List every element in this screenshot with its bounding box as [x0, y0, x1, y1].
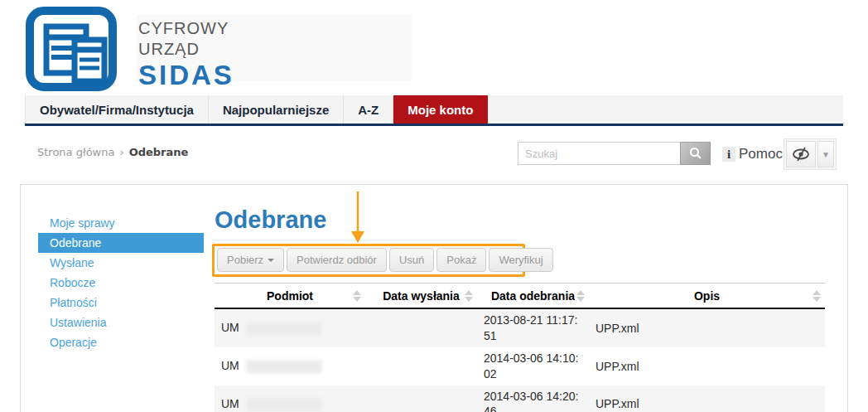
- column-header-label: Data odebrania: [491, 289, 575, 303]
- info-icon: i: [722, 147, 735, 162]
- sidebar-item-platnosci[interactable]: Płatności: [38, 293, 204, 313]
- weryfikuj-button[interactable]: Weryfikuj: [489, 248, 552, 272]
- brand-text: CYFROWY URZĄD SIDAS: [138, 20, 234, 89]
- nav-item-najpopularniejsze[interactable]: Najpopularniejsze: [209, 95, 344, 124]
- table-row[interactable]: UM 2014-03-06 14:10:02 UPP.xml: [215, 347, 825, 385]
- cell-podmiot: UM: [221, 359, 239, 372]
- account-sidebar: Moje sprawy Odebrane Wysłane Robocze Pła…: [38, 213, 204, 352]
- breadcrumb-current: Odebrane: [129, 146, 189, 158]
- brand-line-urzad: URZĄD: [138, 41, 234, 57]
- search-bar: [518, 142, 711, 165]
- sort-icon[interactable]: [353, 290, 361, 302]
- chevron-down-icon: [268, 259, 274, 262]
- brand-line-sidas: SIDAS: [138, 61, 234, 89]
- nav-item-moje-konto[interactable]: Moje konto: [393, 95, 488, 124]
- brand-line-cyfrowy: CYFROWY: [138, 20, 234, 36]
- sort-icon[interactable]: [576, 290, 585, 302]
- search-icon: [689, 147, 702, 160]
- breadcrumb-home[interactable]: Strona główna: [37, 146, 114, 158]
- pobierz-button-label: Pobierz: [227, 254, 263, 266]
- help-label: Pomoc: [739, 146, 783, 162]
- table-row[interactable]: UM 2013-08-21 11:17:51 UPP.xml: [215, 309, 825, 347]
- sort-icon[interactable]: [465, 290, 473, 302]
- sort-icon[interactable]: [813, 290, 821, 302]
- breadcrumb: Strona główna›Odebrane: [37, 146, 188, 158]
- breadcrumb-separator: ›: [119, 146, 123, 158]
- cell-data-wyslania: [365, 363, 477, 370]
- nav-item-obywatel[interactable]: Obywatel/Firma/Instytucja: [25, 95, 209, 124]
- sidebar-item-operacje[interactable]: Operacje: [38, 332, 204, 352]
- usun-button[interactable]: Usuń: [389, 248, 434, 272]
- cell-data-odebrania: 2014-03-06 14:10:02: [477, 347, 589, 385]
- cell-opis: UPP.xml: [589, 318, 825, 338]
- content-panel: Moje sprawy Odebrane Wysłane Robocze Pła…: [20, 184, 848, 412]
- actions-toolbar: Pobierz Potwierdz odbiór Usuń Pokaż Wery…: [217, 248, 553, 272]
- table-header-row: Podmiot Data wysłania Data odebrania Opi…: [215, 283, 825, 309]
- potwierdz-odbior-button[interactable]: Potwierdz odbiór: [287, 248, 387, 272]
- windows-logo-icon: [25, 7, 118, 91]
- cell-data-odebrania: 2013-08-21 11:17:51: [477, 309, 589, 347]
- search-input[interactable]: [518, 142, 680, 165]
- sidebar-item-ustawienia[interactable]: Ustawienia: [38, 313, 204, 332]
- pokaz-button[interactable]: Pokaż: [436, 248, 486, 272]
- annotation-arrow: [349, 191, 367, 245]
- main-navigation: Obywatel/Firma/Instytucja Najpopularniej…: [25, 95, 843, 126]
- sidebar-item-wyslane[interactable]: Wysłane: [38, 253, 204, 273]
- cell-opis: UPP.xml: [589, 356, 825, 376]
- cell-opis: UPP.xml: [589, 394, 825, 412]
- table-row[interactable]: UM 2014-03-06 14:20:46 UPP.xml: [215, 385, 825, 412]
- search-button[interactable]: [680, 142, 711, 165]
- sidebar-item-robocze[interactable]: Robocze: [38, 273, 204, 293]
- accessibility-controls: ▼: [784, 138, 837, 170]
- column-header-data-odebrania[interactable]: Data odebrania: [477, 289, 589, 303]
- column-header-label: Podmiot: [267, 289, 313, 303]
- column-header-label: Opis: [694, 289, 720, 303]
- accessibility-dropdown-button[interactable]: ▼: [817, 141, 834, 167]
- received-documents-table: Podmiot Data wysłania Data odebrania Opi…: [215, 283, 825, 412]
- help-link[interactable]: i Pomoc: [722, 146, 783, 162]
- nav-item-a-z[interactable]: A-Z: [344, 95, 393, 124]
- contrast-toggle-button[interactable]: [786, 141, 816, 167]
- chevron-down-icon: ▼: [822, 150, 830, 159]
- eye-icon: [791, 147, 811, 162]
- sidebar-item-moje-sprawy[interactable]: Moje sprawy: [38, 213, 204, 233]
- column-header-opis[interactable]: Opis: [589, 289, 825, 303]
- cell-podmiot: UM: [221, 397, 239, 410]
- cell-data-wyslania: [365, 400, 477, 407]
- cell-data-wyslania: [365, 325, 477, 332]
- cell-podmiot: UM: [221, 321, 239, 334]
- column-header-label: Data wysłania: [383, 289, 460, 303]
- cell-data-odebrania: 2014-03-06 14:20:46: [477, 385, 589, 412]
- redacted-text: [246, 322, 322, 336]
- column-header-podmiot[interactable]: Podmiot: [215, 289, 365, 303]
- redacted-text: [246, 360, 322, 373]
- pobierz-button[interactable]: Pobierz: [217, 248, 284, 272]
- sidas-logo[interactable]: [25, 7, 118, 91]
- redacted-text: [246, 398, 322, 411]
- column-header-data-wyslania[interactable]: Data wysłania: [365, 289, 477, 303]
- sidebar-item-odebrane[interactable]: Odebrane: [38, 233, 204, 253]
- page-title: Odebrane: [215, 206, 326, 234]
